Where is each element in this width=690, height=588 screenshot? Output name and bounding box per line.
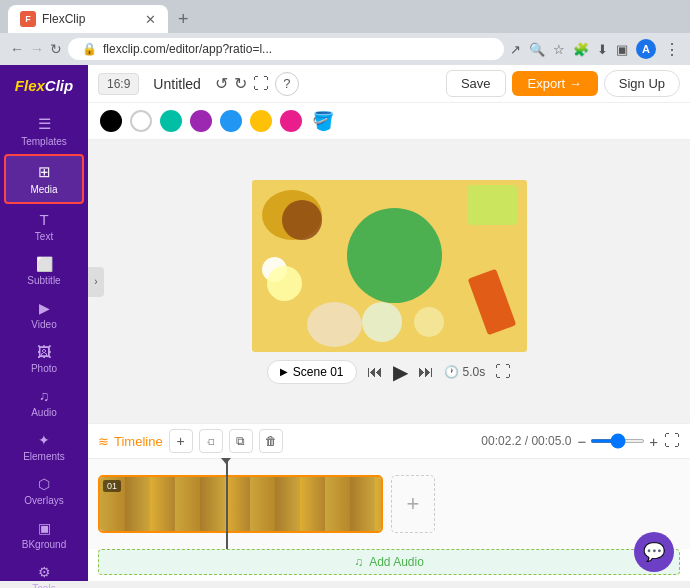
delete-button[interactable]: 🗑 bbox=[259, 429, 283, 453]
star-icon[interactable]: ☆ bbox=[553, 42, 565, 57]
redo-button[interactable]: ↻ bbox=[234, 74, 247, 93]
address-input[interactable] bbox=[103, 42, 490, 56]
color-swatch-white[interactable] bbox=[130, 110, 152, 132]
video-track[interactable]: 01 bbox=[98, 475, 383, 533]
color-swatch-black[interactable] bbox=[100, 110, 122, 132]
logo-clip: Clip bbox=[45, 77, 73, 94]
audio-icon: ♫ bbox=[39, 388, 50, 404]
save-button[interactable]: Save bbox=[446, 70, 506, 97]
download-icon[interactable]: ⬇ bbox=[597, 42, 608, 57]
tab-bar: F FlexClip ✕ + bbox=[0, 0, 690, 33]
track-number-label: 01 bbox=[103, 480, 121, 492]
sidebar-item-photo[interactable]: 🖼 Photo bbox=[0, 337, 88, 381]
sidebar-label-media: Media bbox=[30, 184, 57, 195]
export-button[interactable]: Export → bbox=[512, 71, 598, 96]
copy-button[interactable]: ⧉ bbox=[229, 429, 253, 453]
back-button[interactable]: ← bbox=[10, 41, 24, 57]
sidebar-item-subtitle[interactable]: ⬜ Subtitle bbox=[0, 249, 88, 293]
photo-icon: 🖼 bbox=[37, 344, 51, 360]
forward-button[interactable]: → bbox=[30, 41, 44, 57]
canvas-preview bbox=[252, 180, 527, 352]
timeline-text: Timeline bbox=[114, 434, 163, 449]
menu-icon[interactable]: ⋮ bbox=[664, 40, 680, 59]
zoom-in-button[interactable]: + bbox=[649, 433, 658, 450]
bkground-icon: ▣ bbox=[38, 520, 51, 536]
zoom-controls: − + bbox=[577, 433, 658, 450]
search-icon[interactable]: 🔍 bbox=[529, 42, 545, 57]
video-icon: ▶ bbox=[39, 300, 50, 316]
scene-label-button[interactable]: ▶ Scene 01 bbox=[267, 360, 357, 384]
sidebar-label-tools: Tools bbox=[32, 583, 55, 588]
zoom-slider[interactable] bbox=[590, 439, 645, 443]
color-swatch-blue[interactable] bbox=[220, 110, 242, 132]
account-icon[interactable]: A bbox=[636, 39, 656, 59]
expand-canvas-button[interactable]: ⛶ bbox=[495, 363, 511, 381]
chat-bubble[interactable]: 💬 bbox=[634, 532, 674, 572]
audio-note-icon: ♫ bbox=[354, 555, 363, 569]
sidebar-item-templates[interactable]: ☰ Templates bbox=[0, 108, 88, 154]
browser-toolbar-icons: ↗ 🔍 ☆ 🧩 ⬇ ▣ A ⋮ bbox=[510, 39, 680, 59]
tab-close-icon[interactable]: ✕ bbox=[145, 12, 156, 27]
fill-bucket-icon[interactable]: 🪣 bbox=[312, 110, 334, 132]
text-icon: T bbox=[39, 211, 48, 228]
new-tab-button[interactable]: + bbox=[170, 6, 197, 33]
timeline-icon: ≋ bbox=[98, 434, 109, 449]
sidebar-item-media[interactable]: ⊞ Media bbox=[4, 154, 84, 204]
color-palette: 🪣 bbox=[88, 103, 690, 140]
sidebar-label-elements: Elements bbox=[23, 451, 65, 462]
signup-button[interactable]: Sign Up bbox=[604, 70, 680, 97]
sidebar-item-elements[interactable]: ✦ Elements bbox=[0, 425, 88, 469]
timeline-section: ≋ Timeline + ⟤ ⧉ 🗑 00:02.2 / 00:05.0 − + bbox=[88, 423, 690, 581]
editor-area: › bbox=[88, 140, 690, 423]
collapse-panel-button[interactable]: › bbox=[88, 267, 104, 297]
app: FlexClip ☰ Templates ⊞ Media T Text ⬜ Su… bbox=[0, 65, 690, 581]
lock-icon: 🔒 bbox=[82, 42, 97, 56]
sidebar: FlexClip ☰ Templates ⊞ Media T Text ⬜ Su… bbox=[0, 65, 88, 581]
split-button[interactable]: ⟤ bbox=[199, 429, 223, 453]
next-scene-button[interactable]: ⏭ bbox=[418, 363, 434, 381]
sidebar-item-overlays[interactable]: ⬡ Overlays bbox=[0, 469, 88, 513]
elements-icon: ✦ bbox=[38, 432, 50, 448]
tab-favicon: F bbox=[20, 11, 36, 27]
media-icon: ⊞ bbox=[38, 163, 51, 181]
color-swatch-purple[interactable] bbox=[190, 110, 212, 132]
sidebar-label-photo: Photo bbox=[31, 363, 57, 374]
sidebar-item-video[interactable]: ▶ Video bbox=[0, 293, 88, 337]
extensions-icon[interactable]: 🧩 bbox=[573, 42, 589, 57]
color-swatch-teal[interactable] bbox=[160, 110, 182, 132]
browser-chrome: F FlexClip ✕ + ← → ↻ 🔒 ↗ 🔍 ☆ 🧩 ⬇ ▣ A ⋮ bbox=[0, 0, 690, 65]
color-swatch-pink[interactable] bbox=[280, 110, 302, 132]
prev-scene-button[interactable]: ⏮ bbox=[367, 363, 383, 381]
overlays-icon: ⬡ bbox=[38, 476, 50, 492]
add-scene-button[interactable]: + bbox=[169, 429, 193, 453]
project-title[interactable]: Untitled bbox=[145, 74, 208, 94]
undo-button[interactable]: ↺ bbox=[215, 74, 228, 93]
subtitle-icon: ⬜ bbox=[36, 256, 53, 272]
timeline-label: ≋ Timeline bbox=[98, 434, 163, 449]
play-pause-button[interactable]: ▶ bbox=[393, 360, 408, 384]
add-audio-label: Add Audio bbox=[369, 555, 424, 569]
zoom-out-button[interactable]: − bbox=[577, 433, 586, 450]
sidebar-label-templates: Templates bbox=[21, 136, 67, 147]
color-swatch-yellow[interactable] bbox=[250, 110, 272, 132]
add-clip-button[interactable]: + bbox=[391, 475, 435, 533]
templates-icon: ☰ bbox=[38, 115, 51, 133]
sidebar-item-audio[interactable]: ♫ Audio bbox=[0, 381, 88, 425]
screen-icon[interactable]: ▣ bbox=[616, 42, 628, 57]
active-tab[interactable]: F FlexClip ✕ bbox=[8, 5, 168, 33]
chat-icon: 💬 bbox=[643, 541, 665, 563]
reload-button[interactable]: ↻ bbox=[50, 41, 62, 57]
video-track-thumbnails bbox=[100, 477, 381, 531]
sidebar-item-text[interactable]: T Text bbox=[0, 204, 88, 249]
fullscreen-button[interactable]: ⛶ bbox=[253, 75, 269, 93]
time-total: 00:05.0 bbox=[531, 434, 571, 448]
sidebar-label-audio: Audio bbox=[31, 407, 57, 418]
expand-timeline-button[interactable]: ⛶ bbox=[664, 432, 680, 450]
share-icon[interactable]: ↗ bbox=[510, 42, 521, 57]
logo-flex: Flex bbox=[15, 77, 45, 94]
help-button[interactable]: ? bbox=[275, 72, 299, 96]
sidebar-item-tools[interactable]: ⚙ Tools bbox=[0, 557, 88, 588]
sidebar-item-bkground[interactable]: ▣ BKground bbox=[0, 513, 88, 557]
audio-track[interactable]: ♫ Add Audio bbox=[98, 549, 680, 575]
scene-controls: ▶ Scene 01 ⏮ ▶ ⏭ 🕐 5.0s ⛶ bbox=[267, 360, 511, 384]
